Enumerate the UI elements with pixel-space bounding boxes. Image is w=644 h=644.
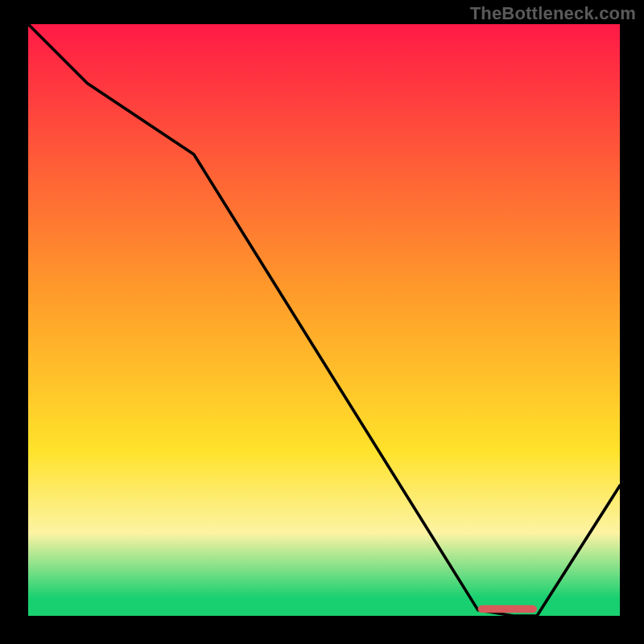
chart-stage: TheBottleneck.com — [0, 0, 644, 644]
optimal-range-marker — [478, 605, 538, 613]
bottleneck-curve — [28, 24, 620, 616]
watermark-text: TheBottleneck.com — [470, 3, 636, 24]
curve-overlay — [28, 24, 620, 616]
plot-area — [24, 24, 620, 620]
